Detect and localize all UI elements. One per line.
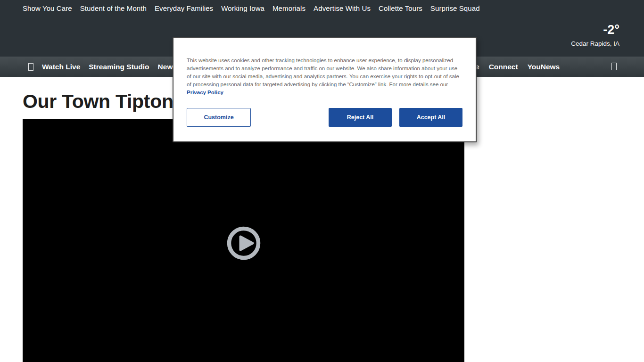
reject-all-button[interactable]: Reject All bbox=[329, 108, 392, 127]
cookie-consent-actions: Customize Reject All Accept All bbox=[187, 108, 462, 127]
weather-location: Cedar Rapids, IA bbox=[571, 40, 619, 47]
top-link-advertise-with-us[interactable]: Advertise With Us bbox=[314, 4, 371, 12]
cookie-consent-dialog: This website uses cookies and other trac… bbox=[173, 37, 477, 142]
accept-all-button[interactable]: Accept All bbox=[399, 108, 462, 127]
temperature-readout: -2° bbox=[571, 23, 619, 37]
search-icon[interactable] bbox=[611, 63, 617, 70]
top-link-memorials[interactable]: Memorials bbox=[272, 4, 305, 12]
consent-button-group: Reject All Accept All bbox=[329, 108, 462, 127]
cookie-consent-body: This website uses cookies and other trac… bbox=[187, 58, 459, 87]
top-link-collette-tours[interactable]: Collette Tours bbox=[379, 4, 422, 12]
nav-item-watch-live[interactable]: Watch Live bbox=[42, 63, 80, 71]
top-link-surprise-squad[interactable]: Surprise Squad bbox=[430, 4, 480, 12]
nav-item-connect[interactable]: Connect bbox=[489, 63, 518, 71]
top-link-show-you-care[interactable]: Show You Care bbox=[23, 4, 72, 12]
nav-right-group: e Connect YouNews bbox=[475, 57, 560, 77]
play-button-icon[interactable] bbox=[225, 224, 263, 262]
customize-button[interactable]: Customize bbox=[187, 108, 251, 127]
privacy-policy-link[interactable]: Privacy Policy bbox=[187, 90, 223, 95]
top-link-working-iowa[interactable]: Working Iowa bbox=[221, 4, 264, 12]
top-link-everyday-families[interactable]: Everyday Families bbox=[155, 4, 213, 12]
video-player[interactable] bbox=[23, 119, 464, 362]
home-icon[interactable] bbox=[28, 63, 33, 71]
nav-item-younews[interactable]: YouNews bbox=[528, 63, 560, 71]
top-link-student-of-the-month[interactable]: Student of the Month bbox=[80, 4, 147, 12]
top-links-bar: Show You Care Student of the Month Every… bbox=[0, 0, 644, 12]
page-title: Our Town Tipton bbox=[23, 90, 173, 113]
cookie-consent-text: This website uses cookies and other trac… bbox=[187, 57, 463, 97]
weather-widget[interactable]: -2° Cedar Rapids, IA bbox=[571, 23, 619, 47]
nav-item-streaming-studio[interactable]: Streaming Studio bbox=[89, 63, 149, 71]
